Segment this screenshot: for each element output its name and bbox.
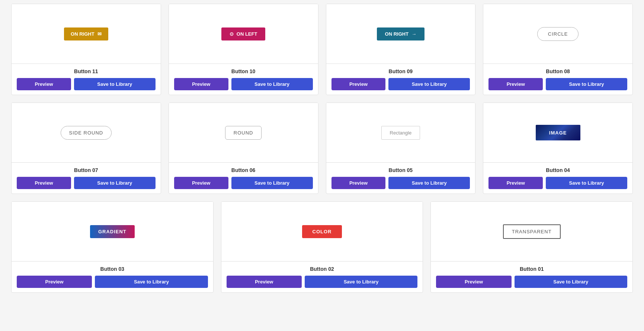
save-button-btn10[interactable]: Save to Library bbox=[231, 78, 313, 90]
image-bg: IMAGE bbox=[536, 125, 580, 140]
save-button-btn11[interactable]: Save to Library bbox=[74, 78, 156, 90]
card-footer-btn01: Button 01 Preview Save to Library bbox=[431, 261, 632, 292]
save-button-btn05[interactable]: Save to Library bbox=[388, 177, 470, 189]
preview-button-btn03[interactable]: Preview bbox=[17, 276, 92, 288]
color-label: COLOR bbox=[313, 229, 332, 234]
card-title-btn05: Button 05 bbox=[331, 167, 470, 173]
preview-btn05: Rectangle bbox=[326, 103, 475, 162]
preview-button-round: ROUND bbox=[225, 126, 262, 140]
rectangle-label: Rectangle bbox=[390, 130, 412, 136]
save-button-btn02[interactable]: Save to Library bbox=[305, 276, 417, 288]
card-title-btn01: Button 01 bbox=[436, 266, 627, 272]
card-actions-btn09: Preview Save to Library bbox=[331, 78, 470, 90]
preview-button-on-left-pink: ⊙ ON LEFT bbox=[221, 27, 266, 40]
save-button-btn04[interactable]: Save to Library bbox=[546, 177, 627, 189]
card-title-btn06: Button 06 bbox=[174, 167, 313, 173]
save-button-btn01[interactable]: Save to Library bbox=[515, 276, 627, 288]
circle-label: CIRCLE bbox=[548, 31, 568, 37]
save-button-btn03[interactable]: Save to Library bbox=[95, 276, 208, 288]
card-footer-btn04: Button 04 Preview Save to Library bbox=[483, 162, 632, 194]
preview-btn04: IMAGE bbox=[483, 103, 632, 162]
card-btn10: ⊙ ON LEFT Button 10 Preview Save to Libr… bbox=[169, 4, 318, 95]
card-btn06: ROUND Button 06 Preview Save to Library bbox=[169, 103, 318, 194]
card-btn05: Rectangle Button 05 Preview Save to Libr… bbox=[326, 103, 476, 194]
card-title-btn11: Button 11 bbox=[17, 68, 156, 74]
preview-button-circle: CIRCLE bbox=[537, 27, 579, 41]
card-title-btn08: Button 08 bbox=[488, 68, 627, 74]
preview-button-btn08[interactable]: Preview bbox=[488, 78, 543, 90]
on-right-teal-label: ON RIGHT bbox=[385, 31, 409, 37]
card-footer-btn02: Button 02 Preview Save to Library bbox=[221, 261, 423, 292]
card-title-btn04: Button 04 bbox=[488, 167, 627, 173]
card-title-btn07: Button 07 bbox=[17, 167, 156, 173]
card-actions-btn01: Preview Save to Library bbox=[436, 276, 627, 288]
preview-button-btn10[interactable]: Preview bbox=[174, 78, 228, 90]
card-actions-btn10: Preview Save to Library bbox=[174, 78, 313, 90]
card-actions-btn05: Preview Save to Library bbox=[331, 177, 470, 189]
card-actions-btn07: Preview Save to Library bbox=[17, 177, 156, 189]
preview-button-btn06[interactable]: Preview bbox=[174, 177, 228, 189]
card-actions-btn03: Preview Save to Library bbox=[17, 276, 208, 288]
preview-btn06: ROUND bbox=[169, 103, 318, 162]
transparent-label: TRANSPARENT bbox=[512, 229, 552, 234]
arrow-icon: → bbox=[411, 31, 416, 37]
preview-button-btn09[interactable]: Preview bbox=[331, 78, 386, 90]
row-1: ON RIGHT ✉ Button 11 Preview Save to Lib… bbox=[11, 4, 633, 95]
save-button-btn09[interactable]: Save to Library bbox=[388, 78, 470, 90]
preview-btn09: ON RIGHT → bbox=[326, 4, 475, 64]
on-right-label: ON RIGHT bbox=[71, 31, 94, 37]
preview-button-side-round: SIDE ROUND bbox=[61, 126, 112, 140]
card-actions-btn04: Preview Save to Library bbox=[488, 177, 627, 189]
preview-button-btn11[interactable]: Preview bbox=[17, 78, 71, 90]
envelope-icon: ✉ bbox=[97, 31, 102, 37]
preview-button-color: COLOR bbox=[302, 225, 342, 238]
save-button-btn08[interactable]: Save to Library bbox=[546, 78, 627, 90]
preview-btn11: ON RIGHT ✉ bbox=[12, 4, 161, 64]
preview-button-btn05[interactable]: Preview bbox=[331, 177, 386, 189]
preview-btn08: CIRCLE bbox=[483, 4, 632, 64]
card-footer-btn06: Button 06 Preview Save to Library bbox=[169, 162, 318, 194]
row-2: SIDE ROUND Button 07 Preview Save to Lib… bbox=[11, 103, 633, 194]
preview-button-on-right-teal: ON RIGHT → bbox=[377, 27, 425, 40]
card-btn07: SIDE ROUND Button 07 Preview Save to Lib… bbox=[11, 103, 161, 194]
preview-button-btn04[interactable]: Preview bbox=[488, 177, 543, 189]
circle-play-icon: ⊙ bbox=[230, 31, 234, 37]
card-footer-btn08: Button 08 Preview Save to Library bbox=[483, 64, 632, 95]
preview-button-gradient: GRADIENT bbox=[90, 225, 135, 238]
preview-button-on-right-gold: ON RIGHT ✉ bbox=[64, 27, 108, 40]
preview-button-btn02[interactable]: Preview bbox=[227, 276, 302, 288]
preview-button-image: IMAGE bbox=[536, 125, 580, 140]
card-actions-btn02: Preview Save to Library bbox=[227, 276, 418, 288]
card-footer-btn07: Button 07 Preview Save to Library bbox=[12, 162, 161, 194]
card-footer-btn10: Button 10 Preview Save to Library bbox=[169, 64, 318, 95]
card-btn03: GRADIENT Button 03 Preview Save to Libra… bbox=[11, 201, 214, 293]
preview-button-transparent: TRANSPARENT bbox=[503, 224, 561, 239]
preview-button-btn01[interactable]: Preview bbox=[436, 276, 511, 288]
card-title-btn02: Button 02 bbox=[227, 266, 418, 272]
side-round-label: SIDE ROUND bbox=[69, 130, 103, 136]
card-title-btn09: Button 09 bbox=[331, 68, 470, 74]
card-title-btn03: Button 03 bbox=[17, 266, 208, 272]
save-button-btn07[interactable]: Save to Library bbox=[74, 177, 156, 189]
gradient-label: GRADIENT bbox=[98, 229, 126, 234]
card-footer-btn09: Button 09 Preview Save to Library bbox=[326, 64, 475, 95]
card-title-btn10: Button 10 bbox=[174, 68, 313, 74]
card-btn11: ON RIGHT ✉ Button 11 Preview Save to Lib… bbox=[11, 4, 161, 95]
preview-btn02: COLOR bbox=[221, 202, 423, 261]
save-button-btn06[interactable]: Save to Library bbox=[231, 177, 313, 189]
card-actions-btn08: Preview Save to Library bbox=[488, 78, 627, 90]
card-btn01: TRANSPARENT Button 01 Preview Save to Li… bbox=[430, 201, 633, 293]
round-label: ROUND bbox=[234, 130, 253, 136]
preview-btn10: ⊙ ON LEFT bbox=[169, 4, 318, 64]
card-btn09: ON RIGHT → Button 09 Preview Save to Lib… bbox=[326, 4, 476, 95]
card-footer-btn11: Button 11 Preview Save to Library bbox=[12, 64, 161, 95]
preview-button-rectangle: Rectangle bbox=[381, 126, 420, 140]
preview-btn07: SIDE ROUND bbox=[12, 103, 161, 162]
card-btn04: IMAGE Button 04 Preview Save to Library bbox=[483, 103, 633, 194]
card-btn08: CIRCLE Button 08 Preview Save to Library bbox=[483, 4, 633, 95]
preview-button-btn07[interactable]: Preview bbox=[17, 177, 71, 189]
preview-btn03: GRADIENT bbox=[12, 202, 213, 261]
row-3: GRADIENT Button 03 Preview Save to Libra… bbox=[11, 201, 633, 293]
card-btn02: COLOR Button 02 Preview Save to Library bbox=[221, 201, 423, 293]
card-actions-btn11: Preview Save to Library bbox=[17, 78, 156, 90]
